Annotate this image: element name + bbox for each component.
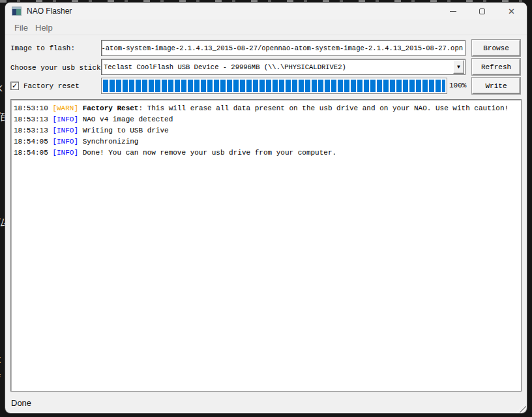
usb-stick-value: Teclast CoolFlash USB Device - 29996MB (… <box>102 59 465 74</box>
checkmark-icon: ✓ <box>12 82 18 89</box>
log-line: 18:53:10 [WARN] Factory Reset: This will… <box>14 103 518 114</box>
minimize-icon <box>450 11 456 12</box>
status-bar: Done <box>5 392 527 413</box>
maximize-icon <box>479 8 485 14</box>
desktop-glyph-fragment: k <box>0 82 5 94</box>
close-button[interactable]: ✕ <box>497 3 526 20</box>
image-path-value: ennao-atom-system-image-2.1.4.13_2015-08… <box>102 40 465 55</box>
desktop-glyph-fragment: 佰 <box>0 111 5 123</box>
desktop-glyph-fragment: 仏 <box>0 217 5 229</box>
close-icon: ✕ <box>508 7 515 16</box>
factory-reset-checkbox[interactable]: ✓ <box>10 82 19 90</box>
log-line: 18:54:05 [INFO] Done! You can now remove… <box>14 147 518 159</box>
desktop-glyph-fragment: t <box>0 354 5 365</box>
log-line: 18:54:05 [INFO] Synchronizing <box>14 136 518 147</box>
app-icon <box>12 7 22 16</box>
chevron-down-icon: ▼ <box>456 64 462 70</box>
menu-help[interactable]: Help <box>33 22 55 33</box>
image-path-input[interactable]: ennao-atom-system-image-2.1.4.13_2015-08… <box>101 40 466 56</box>
log-console[interactable]: 18:53:10 [WARN] Factory Reset: This will… <box>10 99 522 392</box>
browse-button[interactable]: Browse <box>472 40 520 56</box>
menu-bar: File Help <box>5 20 527 35</box>
resize-grip-icon[interactable] <box>516 403 526 412</box>
refresh-button[interactable]: Refresh <box>472 59 520 75</box>
status-text: Done <box>11 398 31 408</box>
log-level-badge: [WARN] <box>52 104 78 112</box>
combobox-dropdown-button[interactable]: ▼ <box>453 60 464 74</box>
maximize-button[interactable] <box>467 3 497 20</box>
log-level-badge: [INFO] <box>52 116 78 123</box>
desktop-glyph-fragment: f <box>0 373 5 384</box>
log-line: 18:53:13 [INFO] Writing to USB drive <box>14 125 518 136</box>
usb-stick-combobox[interactable]: Teclast CoolFlash USB Device - 29996MB (… <box>101 59 466 75</box>
log-line: 18:53:13 [INFO] NAO v4 image detected <box>14 114 518 125</box>
write-button[interactable]: Write <box>472 78 520 94</box>
write-progress-bar <box>101 78 447 94</box>
nao-flasher-window: NAO Flasher ✕ File Help Image to flash: … <box>5 3 527 413</box>
factory-reset-label[interactable]: Factory reset <box>23 82 80 90</box>
log-level-badge: [INFO] <box>52 149 78 157</box>
progress-fill <box>103 80 445 92</box>
desktop-glyph-fragment: : <box>0 200 5 211</box>
title-bar[interactable]: NAO Flasher ✕ <box>5 3 527 20</box>
progress-percent: 100% <box>449 82 466 89</box>
log-level-badge: [INFO] <box>52 127 78 134</box>
image-to-flash-label: Image to flash: <box>10 44 75 52</box>
window-title: NAO Flasher <box>27 7 72 16</box>
menu-file[interactable]: File <box>12 22 31 33</box>
usb-stick-label: Choose your usb stick: <box>10 64 105 72</box>
minimize-button[interactable] <box>438 3 467 20</box>
log-level-badge: [INFO] <box>52 138 78 146</box>
